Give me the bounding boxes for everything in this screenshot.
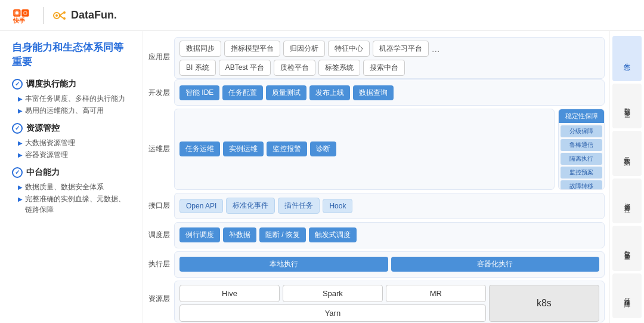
- tag-rongqi: 容器化执行: [391, 257, 600, 272]
- tag-shiliyunwei: 实例运维: [223, 141, 264, 156]
- layer-content-ziyuan: Hive Spark MR Yarn k8s: [174, 281, 605, 322]
- kuaishou-icon: 快手: [12, 7, 33, 24]
- bullet-arrow: ▶: [18, 150, 23, 159]
- tag-zhibiaomoxing: 指标模型平台: [224, 41, 280, 57]
- layer-jiekou: 接口层 Open API 标准化事件 插件任务 Hook: [148, 193, 605, 219]
- bullet-resource-2: ▶ 容器资源管理: [12, 149, 131, 160]
- section-scheduling-title: 调度执行能力: [12, 79, 131, 90]
- layer-label-ziyuan: 资源层: [148, 281, 171, 317]
- header-divider: [43, 7, 44, 24]
- layer-zhixing: 执行层 本地执行 容器化执行: [148, 251, 605, 278]
- layer-content-jiekou: Open API 标准化事件 插件任务 Hook: [174, 193, 605, 219]
- layer-content-yunwei: 任务运维 实例运维 监控报警 诊断: [174, 109, 555, 190]
- left-title: 自身能力和生态体系同等重要: [12, 41, 131, 69]
- section-resource: 资源管控 ▶ 大数据资源管理 ▶ 容器资源管理: [12, 123, 131, 160]
- tag-dots: ...: [432, 44, 439, 54]
- stability-items: 分级保障 鲁棒通信 隔离执行 监控预案 故障转移 管理中心: [559, 123, 604, 190]
- datafun-icon: [53, 9, 69, 22]
- section-midground: 中台能力 ▶ 数据质量、数据安全体系 ▶ 完整准确的实例血缘、元数据、链路保障: [12, 167, 131, 215]
- section-resource-title: 资源管控: [12, 123, 131, 134]
- layer-yingyong: 应用层 数据同步 指标模型平台 归因分析 特征中心 机器学习平台 ... BI …: [148, 37, 605, 76]
- tag-guiyinfenxi: 归因分析: [283, 41, 325, 57]
- layer-content-diaodu: 例行调度 补数据 阻断 / 恢复 触发式调度: [174, 222, 605, 248]
- layer-kaifa: 开发层 智能 IDE 任务配置 质量测试 发布上线 数据查询: [148, 79, 605, 106]
- right-item-shujuanquan: 数据安全: [612, 84, 642, 129]
- tag-zhinengide: 智能 IDE: [179, 85, 219, 100]
- layer-content-yingyong: 数据同步 指标模型平台 归因分析 特征中心 机器学习平台 ... BI 系统 A…: [174, 37, 605, 79]
- bullet-arrow: ▶: [18, 139, 23, 147]
- kuaishou-logo: 快手: [12, 7, 33, 24]
- tag-biaoqian: 标签系统: [318, 60, 360, 76]
- svg-line-9: [60, 13, 64, 16]
- layer-label-yingyong: 应用层: [148, 37, 171, 76]
- right-item-lianlubaozhang: 链路保障: [612, 273, 642, 319]
- main-content: 自身能力和生态体系同等重要 调度执行能力 ▶ 丰富任务调度、多样的执行能力 ▶ …: [0, 31, 644, 323]
- tag-abtest: ABTest 平台: [219, 60, 271, 76]
- bullet-arrow: ▶: [18, 94, 23, 103]
- tag-renwupeizhи: 任务配置: [222, 85, 263, 100]
- check-icon-scheduling: [12, 79, 23, 90]
- right-item-yuanshuju: 元数据: [612, 131, 642, 176]
- layer-label-kaifa: 开发层: [148, 79, 171, 106]
- check-icon-resource: [12, 123, 23, 134]
- tag-zhenduan: 诊断: [310, 141, 336, 156]
- bullet-midground-1: ▶ 数据质量、数据安全体系: [12, 182, 131, 192]
- tag-tezhengzhongxin: 特征中心: [328, 41, 370, 57]
- bullet-scheduling-1: ▶ 丰富任务调度、多样的执行能力: [12, 93, 131, 104]
- tag-shujuchaxun: 数据查询: [353, 85, 394, 100]
- stability-geli: 隔离执行: [561, 153, 602, 165]
- bullet-arrow: ▶: [18, 106, 23, 115]
- right-item-shengtai: 生态: [612, 36, 642, 81]
- tag-sousuo: 搜索中台: [363, 60, 405, 76]
- bullet-arrow: ▶: [18, 195, 23, 204]
- tag-zuoduan: 阻断 / 恢复: [259, 227, 306, 242]
- bullet-scheduling-2: ▶ 易用的运维能力、高可用: [12, 105, 131, 116]
- svg-point-12: [63, 17, 66, 20]
- bullet-resource-1: ▶ 大数据资源管理: [12, 137, 131, 148]
- tag-charenjianrenwu: 插件任务: [278, 198, 320, 214]
- tag-chufa: 触发式调度: [309, 227, 357, 242]
- layer-label-jiekou: 接口层: [148, 193, 171, 219]
- tag-bushujу: 补数据: [223, 227, 256, 242]
- tag-shujutongbu: 数据同步: [179, 41, 221, 57]
- layer-ziyuan: 资源层 Hive Spark MR Yarn k8s: [148, 281, 605, 317]
- svg-point-2: [16, 11, 18, 14]
- svg-point-11: [63, 11, 66, 14]
- bullet-arrow: ▶: [18, 183, 23, 192]
- tag-zhiliangceshi: 质量测试: [266, 85, 306, 100]
- stability-header: 稳定性保障: [559, 109, 604, 123]
- stability-fenjibaozhang: 分级保障: [561, 125, 602, 137]
- layer-label-diaodu: 调度层: [148, 222, 171, 248]
- tag-lixing: 例行调度: [179, 227, 220, 242]
- tag-hive: Hive: [179, 285, 280, 302]
- right-item-shujuzhiliang: 数据质量: [612, 226, 642, 271]
- layer-label-zhixing: 执行层: [148, 251, 171, 278]
- tag-renwuyunwei: 任务运维: [179, 141, 220, 156]
- tag-openapi: Open API: [179, 199, 223, 213]
- tag-bendi: 本地执行: [179, 257, 388, 272]
- left-panel: 自身能力和生态体系同等重要 调度执行能力 ▶ 丰富任务调度、多样的执行能力 ▶ …: [0, 31, 143, 323]
- svg-text:快手: 快手: [13, 17, 25, 24]
- tag-bisystem: BI 系统: [179, 60, 216, 76]
- right-item-ziyuanguankong: 资源管控: [612, 179, 642, 224]
- layer-content-kaifa: 智能 IDE 任务配置 质量测试 发布上线 数据查询: [174, 79, 605, 106]
- datafun-text: DataFun.: [71, 9, 117, 21]
- stability-lubang: 鲁棒通信: [561, 139, 602, 151]
- check-icon-midground: [12, 167, 23, 178]
- layer-yunwei: 运维层 任务运维 实例运维 监控报警 诊断 稳定性保障 分级保障 鲁棒通信 隔离…: [148, 109, 605, 190]
- bullet-midground-2: ▶ 完整准确的实例血缘、元数据、链路保障: [12, 193, 131, 215]
- tag-spark: Spark: [283, 285, 383, 302]
- tag-k8s: k8s: [489, 285, 599, 322]
- tag-hook: Hook: [323, 199, 352, 213]
- datafun-logo: DataFun.: [53, 9, 117, 22]
- svg-line-10: [60, 16, 64, 19]
- right-panel: 生态 数据安全 元数据 资源管控 数据质量 链路保障: [609, 31, 644, 323]
- tag-zhijian: 质检平台: [274, 60, 315, 76]
- tag-fabushangxian: 发布上线: [309, 85, 350, 100]
- tag-biaozhunshijian: 标准化事件: [226, 198, 275, 214]
- center-panel: 应用层 数据同步 指标模型平台 归因分析 特征中心 机器学习平台 ... BI …: [143, 31, 609, 323]
- layer-content-zhixing: 本地执行 容器化执行: [174, 251, 605, 278]
- layer-label-yunwei: 运维层: [148, 109, 171, 190]
- tag-jiankongsujing: 监控报警: [267, 141, 307, 156]
- stability-box: 稳定性保障 分级保障 鲁棒通信 隔离执行 监控预案 故障转移 管理中心: [558, 109, 605, 190]
